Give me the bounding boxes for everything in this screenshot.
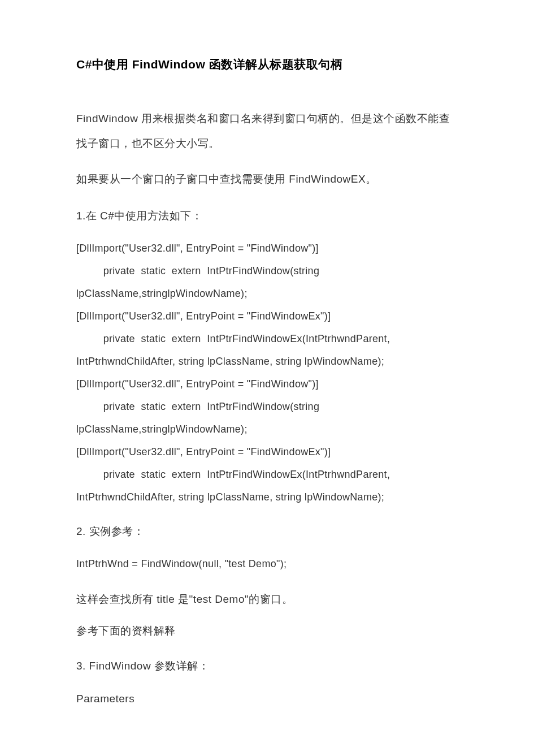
code-line: private static extern IntPtrFindWindow(s…	[76, 396, 458, 417]
code-line: IntPtrhwndChildAfter, string lpClassName…	[76, 351, 458, 371]
section-1-heading: 1.在 C#中使用方法如下：	[76, 209, 458, 223]
document-page: C#中使用 FindWindow 函数详解从标题获取句柄 FindWindow …	[0, 0, 534, 750]
intro-paragraph-1: FindWindow 用来根据类名和窗口名来得到窗口句柄的。但是这个函数不能查找…	[76, 106, 458, 155]
code-line: [DllImport("User32.dll", EntryPoint = "F…	[76, 306, 458, 326]
code-line: IntPtrhwndChildAfter, string lpClassName…	[76, 487, 458, 507]
code-line: lpClassName,stringlpWindowName);	[76, 419, 458, 439]
code-line: private static extern IntPtrFindWindowEx…	[76, 329, 458, 349]
reference-paragraph: 参考下面的资料解释	[76, 620, 458, 642]
code-line: [DllImport("User32.dll", EntryPoint = "F…	[76, 442, 458, 462]
section-3-heading: 3. FindWindow 参数详解：	[76, 659, 458, 673]
code-line: lpClassName,stringlpWindowName);	[76, 283, 458, 304]
code-line: [DllImport("User32.dll", EntryPoint = "F…	[76, 374, 458, 394]
code-block-2: IntPtrhWnd = FindWindow(null, "test Demo…	[76, 554, 458, 574]
code-block-1: [DllImport("User32.dll", EntryPoint = "F…	[76, 238, 458, 507]
code-line: private static extern IntPtrFindWindow(s…	[76, 261, 458, 281]
result-paragraph: 这样会查找所有 title 是"test Demo"的窗口。	[76, 589, 458, 610]
intro-paragraph-2: 如果要从一个窗口的子窗口中查找需要使用 FindWindowEX。	[76, 167, 458, 192]
code-line: private static extern IntPtrFindWindowEx…	[76, 464, 458, 485]
parameters-heading: Parameters	[76, 688, 458, 710]
code-line: IntPtrhWnd = FindWindow(null, "test Demo…	[76, 554, 458, 574]
code-line: [DllImport("User32.dll", EntryPoint = "F…	[76, 238, 458, 258]
page-title: C#中使用 FindWindow 函数详解从标题获取句柄	[76, 57, 458, 72]
section-2-heading: 2. 实例参考：	[76, 524, 458, 539]
